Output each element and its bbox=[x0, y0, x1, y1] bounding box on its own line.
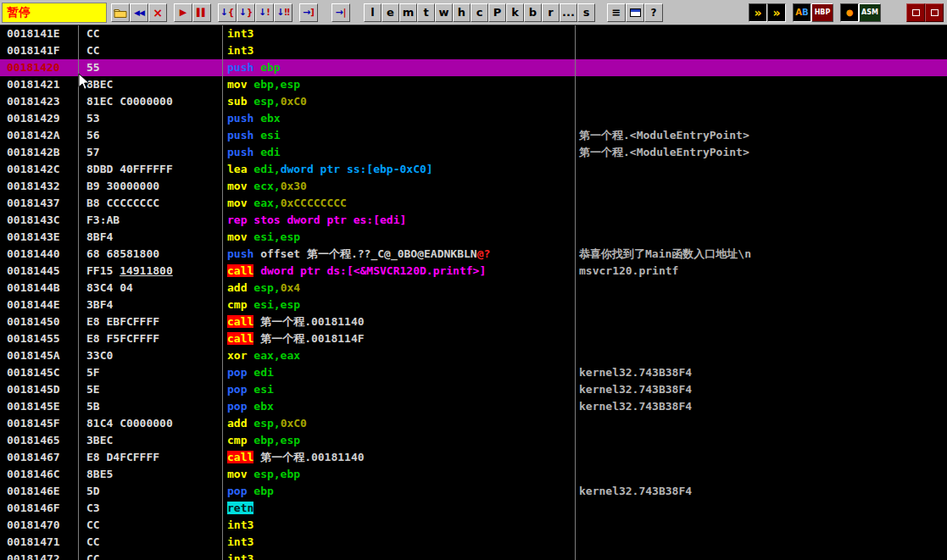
letter-button-s[interactable]: s bbox=[577, 3, 595, 22]
disasm-row[interactable]: 00181471CCint3 bbox=[0, 534, 947, 551]
step-into-button[interactable]: ↓{ bbox=[218, 3, 237, 22]
disasm-row[interactable]: 00181432B9 30000000mov ecx,0x30 bbox=[0, 178, 947, 195]
close-button[interactable]: × bbox=[148, 3, 167, 22]
hbp-icon: HBP bbox=[815, 8, 831, 16]
comment-cell bbox=[575, 313, 947, 330]
disasm-row[interactable]: 0018145F81C4 C0000000add esp,0xC0 bbox=[0, 415, 947, 432]
address-cell: 0018141F bbox=[0, 42, 78, 59]
letter-button-c[interactable]: c bbox=[471, 3, 488, 22]
plugin-arrow-button-2[interactable]: » bbox=[767, 3, 786, 22]
disasm-row[interactable]: 0018142C8DBD 40FFFFFFlea edi,dword ptr s… bbox=[0, 161, 947, 178]
letter-button-t[interactable]: t bbox=[417, 3, 435, 22]
disasm-row[interactable]: 0018141FCCint3 bbox=[0, 42, 947, 59]
animate-into-button[interactable]: ↓! bbox=[255, 3, 274, 22]
comment-cell bbox=[575, 415, 947, 432]
letter-button-k[interactable]: k bbox=[506, 3, 524, 22]
instruction-cell: mov esp,ebp bbox=[222, 466, 575, 483]
yellow-arrows-icon: » bbox=[772, 6, 780, 19]
comment-cell: kernel32.743B38F4 bbox=[575, 364, 947, 381]
address-cell: 00181440 bbox=[0, 246, 78, 263]
bytes-cell: C3 bbox=[78, 500, 222, 517]
pause-button[interactable]: ▌▌ bbox=[192, 3, 211, 22]
letter-b-icon: B bbox=[802, 8, 809, 17]
bytes-cell: E8 F5FCFFFF bbox=[78, 330, 222, 347]
letter-button-...[interactable]: ... bbox=[560, 3, 577, 22]
hardware-breakpoint-button[interactable]: HBP bbox=[811, 3, 833, 22]
disasm-row[interactable]: 00181470CCint3 bbox=[0, 517, 947, 534]
comment-cell bbox=[575, 297, 947, 313]
asm-plugin-button[interactable]: ASM bbox=[859, 3, 881, 22]
letter-button-r[interactable]: r bbox=[542, 3, 560, 22]
disasm-row[interactable]: 0018142953push ebx bbox=[0, 110, 947, 127]
disasm-row[interactable]: 0018145A33C0xor eax,eax bbox=[0, 347, 947, 364]
disasm-row[interactable]: 0018142A56push esi第一个程.<ModuleEntryPoint… bbox=[0, 127, 947, 144]
run-button[interactable]: ▶ bbox=[174, 3, 192, 22]
disasm-row[interactable]: 00181455E8 F5FCFFFFcall 第一个程.0018114F bbox=[0, 330, 947, 347]
address-cell: 0018142C bbox=[0, 161, 78, 178]
instruction-cell: sub esp,0xC0 bbox=[222, 93, 575, 110]
letter-button-P[interactable]: P bbox=[488, 3, 506, 22]
red-window-icon bbox=[931, 9, 939, 16]
comment-cell: kernel32.743B38F4 bbox=[575, 483, 947, 500]
disasm-row[interactable]: 0018142381EC C0000000sub esp,0xC0 bbox=[0, 93, 947, 110]
bytes-cell: CC bbox=[78, 551, 222, 560]
instruction-cell: int3 bbox=[222, 551, 575, 560]
disasm-row[interactable]: 0018144068 68581800push offset 第一个程.??_C… bbox=[0, 246, 947, 263]
windows-list-button[interactable]: ≡ bbox=[607, 3, 626, 22]
disasm-row[interactable]: 0018143CF3:ABrep stos dword ptr es:[edi] bbox=[0, 212, 947, 229]
disasm-row[interactable]: 0018144E3BF4cmp esi,esp bbox=[0, 297, 947, 313]
disasm-row[interactable]: 0018144B83C4 04add esp,0x4 bbox=[0, 280, 947, 297]
comment-cell bbox=[575, 280, 947, 297]
disasm-row[interactable]: 001814218BECmov ebp,esp bbox=[0, 76, 947, 93]
letter-button-e[interactable]: e bbox=[382, 3, 399, 22]
instruction-cell: call dword ptr ds:[<&MSVCR120D.printf>] bbox=[222, 263, 575, 280]
restart-button[interactable]: ◀◀ bbox=[130, 3, 148, 22]
plugin-window-button-2[interactable] bbox=[925, 3, 944, 22]
ab-plugin-button[interactable]: AB bbox=[793, 3, 811, 22]
comment-cell bbox=[575, 534, 947, 551]
comment-cell bbox=[575, 466, 947, 483]
cpu-window-button[interactable] bbox=[626, 3, 644, 22]
run-to-user-code-button[interactable]: →| bbox=[331, 3, 350, 22]
help-button[interactable]: ? bbox=[644, 3, 663, 22]
mouse-cursor bbox=[78, 73, 91, 91]
disasm-row[interactable]: 00181472CCint3 bbox=[0, 551, 947, 560]
animate-over-button[interactable]: ↓‼ bbox=[274, 3, 292, 22]
letter-button-b[interactable]: b bbox=[524, 3, 542, 22]
address-cell: 00181429 bbox=[0, 110, 78, 127]
disasm-row-selected[interactable]: 0018142055push ebp bbox=[0, 59, 947, 76]
comment-cell: kernel32.743B38F4 bbox=[575, 381, 947, 398]
bytes-cell: 56 bbox=[78, 127, 222, 144]
bytes-cell: 53 bbox=[78, 110, 222, 127]
disasm-row[interactable]: 00181445FF15 14911800call dword ptr ds:[… bbox=[0, 263, 947, 280]
disasm-row[interactable]: 0018145E5Bpop ebxkernel32.743B38F4 bbox=[0, 398, 947, 415]
disasm-row[interactable]: 0018143E8BF4mov esi,esp bbox=[0, 229, 947, 246]
disasm-row[interactable]: 00181450E8 EBFCFFFFcall 第一个程.00181140 bbox=[0, 313, 947, 330]
letter-button-l[interactable]: l bbox=[364, 3, 382, 22]
address-cell: 0018142A bbox=[0, 127, 78, 144]
disasm-row[interactable]: 0018146C8BE5mov esp,ebp bbox=[0, 466, 947, 483]
address-cell: 0018144B bbox=[0, 280, 78, 297]
disasm-row[interactable]: 00181437B8 CCCCCCCCmov eax,0xCCCCCCCC bbox=[0, 195, 947, 212]
bytes-cell: 5E bbox=[78, 381, 222, 398]
disasm-row[interactable]: 001814653BECcmp ebp,esp bbox=[0, 432, 947, 449]
record-dot-button[interactable]: ● bbox=[840, 3, 859, 22]
execute-till-return-button[interactable]: →] bbox=[299, 3, 318, 22]
plugin-arrow-button-1[interactable]: » bbox=[749, 3, 767, 22]
disasm-row[interactable]: 0018142B57push edi第一个程.<ModuleEntryPoint… bbox=[0, 144, 947, 161]
disasm-row[interactable]: 0018141ECCint3 bbox=[0, 25, 947, 42]
disasm-row[interactable]: 00181467E8 D4FCFFFFcall 第一个程.00181140 bbox=[0, 449, 947, 466]
bytes-cell: 5B bbox=[78, 398, 222, 415]
bytes-cell: 3BEC bbox=[78, 432, 222, 449]
plugin-window-button-1[interactable] bbox=[906, 3, 925, 22]
disasm-row[interactable]: 0018145D5Epop esikernel32.743B38F4 bbox=[0, 381, 947, 398]
letter-button-w[interactable]: w bbox=[435, 3, 453, 22]
open-file-button[interactable] bbox=[111, 3, 130, 22]
disasm-row[interactable]: 0018146FC3retn bbox=[0, 500, 947, 517]
letter-button-h[interactable]: h bbox=[453, 3, 471, 22]
disasm-row[interactable]: 0018145C5Fpop edikernel32.743B38F4 bbox=[0, 364, 947, 381]
step-over-button[interactable]: ↓} bbox=[237, 3, 255, 22]
disasm-row[interactable]: 0018146E5Dpop ebpkernel32.743B38F4 bbox=[0, 483, 947, 500]
bytes-cell: 8BE5 bbox=[78, 466, 222, 483]
letter-button-m[interactable]: m bbox=[399, 3, 417, 22]
